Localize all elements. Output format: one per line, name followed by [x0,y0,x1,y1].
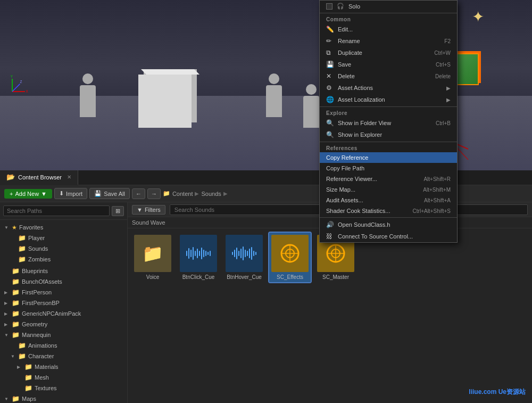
svg-rect-32 [249,249,250,258]
import-button[interactable]: ⬇ Import [54,188,87,199]
sidebar-item-textures[interactable]: 📁 Textures [0,383,127,393]
svg-rect-21 [205,251,206,256]
context-menu: 🎧 Solo Common ✏️ Edit... ✏ Rename F2 ⧉ D… [319,0,458,243]
search-filter-button[interactable]: ⊞ [112,206,124,216]
ctx-show-explorer[interactable]: 🔍 Show in Explorer [320,129,457,141]
ctx-edit[interactable]: ✏️ Edit... [320,23,457,35]
search-paths-input[interactable] [3,205,110,216]
sidebar-item-geometry[interactable]: ▶ 📁 Geometry [0,319,127,330]
tab-close-button[interactable]: ✕ [67,174,71,180]
viewport-cube [138,75,192,128]
svg-rect-35 [255,252,256,255]
asset-btnclick-cue[interactable]: BtnClick_Cue [178,233,219,282]
ctx-audit-assets[interactable]: Audit Assets... Alt+Shift+A [320,195,457,205]
show-folder-shortcut: Ctrl+B [436,120,451,126]
firstpersonbp-label: FirstPersonBP [22,300,60,306]
solo-label: Solo [348,3,360,10]
ctx-shader-cook[interactable]: Shader Cook Statistics... Ctrl+Alt+Shift… [320,205,457,216]
save-icon: 💾 [326,61,334,68]
sidebar-item-mesh[interactable]: 📁 Mesh [0,372,127,383]
nav-back-button[interactable]: ← [132,188,145,199]
textures-label: Textures [35,385,57,391]
voice-folder-icon: 📁 [142,243,163,264]
sidebar-item-maps[interactable]: ▼ 📁 Maps [0,393,127,403]
svg-rect-30 [245,250,246,257]
sidebar-item-genericnpc[interactable]: ▶ 📁 GenericNPCAnimPack [0,308,127,319]
ctx-rename[interactable]: ✏ Rename F2 [320,35,457,47]
sidebar-item-bunchassets[interactable]: 📁 BunchOfAssets [0,276,127,287]
explorer-icon: 🔍 [326,131,334,138]
delete-label: Delete [338,73,355,79]
svg-rect-33 [251,247,252,260]
ctx-delete[interactable]: ✕ Delete Delete [320,70,457,82]
ctx-duplicate[interactable]: ⧉ Duplicate Ctrl+W [320,47,457,59]
ctx-copy-reference[interactable]: Copy Reference [320,152,457,163]
svg-text:Z: Z [20,80,22,84]
sidebar-item-character[interactable]: ▼ 📁 Character [0,351,127,361]
ctx-separator-3 [320,142,457,142]
sidebar-item-blueprints[interactable]: 📁 Blueprints [0,266,127,276]
asset-sc-effects[interactable]: SC_Effects [269,233,311,282]
sc-effects-thumb [271,235,309,272]
svg-text:Y: Y [11,75,13,78]
ctx-open-soundclass[interactable]: 🔊 Open SoundClass.h [320,219,457,231]
add-new-button[interactable]: + Add New ▼ [4,189,52,199]
nav-forward-button[interactable]: → [147,188,161,199]
solo-checkbox[interactable] [326,3,332,10]
sidebar-item-player[interactable]: 📁 Player [0,233,127,243]
import-label: Import [66,191,82,197]
mesh-folder-icon: 📁 [24,374,32,381]
asset-btnhover-cue[interactable]: BtnHover_Cue [223,233,265,282]
rename-shortcut: F2 [444,38,451,44]
sidebar-item-animations[interactable]: 📁 Animations [0,340,127,351]
asset-voice[interactable]: 📁 Voice [132,233,173,282]
breadcrumb-sounds[interactable]: Sounds [201,191,221,197]
sidebar-item-mannequin[interactable]: ▼ 📁 Mannequin [0,330,127,340]
ctx-asset-localization[interactable]: 🌐 Asset Localization ▶ [320,94,457,105]
content-browser-tab[interactable]: 📂 Content Browser ✕ [0,170,78,185]
ctx-copy-file-path[interactable]: Copy File Path [320,163,457,174]
maps-label: Maps [22,396,36,402]
ctx-asset-actions[interactable]: ⚙ Asset Actions ▶ [320,82,457,94]
save-all-label: Save All [104,191,125,197]
svg-rect-24 [232,252,233,255]
size-map-shortcut: Alt+Shift+M [423,187,451,193]
sidebar-item-firstpersonbp[interactable]: ▶ 📁 FirstPersonBP [0,298,127,308]
firstpersonbp-folder-icon: 📁 [12,299,20,307]
ctx-save[interactable]: 💾 Save Ctrl+S [320,59,457,70]
textures-folder-icon: 📁 [24,384,32,392]
breadcrumb: 📁 Content ▶ Sounds ▶ [163,190,228,197]
sidebar-item-firstperson[interactable]: ▶ 📁 FirstPerson [0,287,127,298]
breadcrumb-content[interactable]: Content [172,191,193,197]
btnclick-thumb [180,235,217,272]
sidebar-item-sounds[interactable]: 📁 Sounds [0,243,127,254]
favorites-arrow: ▼ [4,225,10,230]
character-label: Character [28,353,54,359]
sidebar-item-zombies[interactable]: 📁 Zombies [0,254,127,265]
sidebar-item-char-materials[interactable]: ▶ 📁 Materials [0,361,127,372]
localization-arrow: ▶ [446,97,451,103]
save-all-button[interactable]: 💾 Save All [89,188,130,199]
character-arrow: ▼ [11,354,16,359]
mannequin-label: Mannequin [22,332,51,338]
zombies-folder-icon: 📁 [18,256,26,263]
content-browser-tab-icon: 📂 [6,173,15,181]
bunchassets-folder-icon: 📁 [12,278,20,285]
ctx-size-map[interactable]: Size Map... Alt+Shift+M [320,184,457,195]
sc-master-label: SC_Master [322,274,349,280]
ctx-connect-source[interactable]: ⛓ Connect To Source Control... [320,231,457,242]
shader-cook-label: Shader Cook Statistics... [326,208,390,214]
asset-actions-arrow: ▶ [446,85,451,91]
svg-rect-17 [197,249,198,258]
ctx-reference-viewer[interactable]: Reference Viewer... Alt+Shift+R [320,174,457,184]
svg-rect-22 [207,252,209,255]
svg-rect-34 [253,251,254,256]
btnclick-label: BtnClick_Cue [182,274,215,280]
btnhover-thumb [226,235,263,272]
open-soundclass-label: Open SoundClass.h [338,221,390,228]
ctx-show-folder[interactable]: 🔍 Show in Folder View Ctrl+B [320,117,457,129]
axis-indicator: X Y Z [8,75,29,96]
filter-icon: ▼ [137,207,143,213]
filters-button[interactable]: ▼ Filters [132,205,165,215]
favorites-header[interactable]: ▼ ★ Favorites [0,222,127,233]
